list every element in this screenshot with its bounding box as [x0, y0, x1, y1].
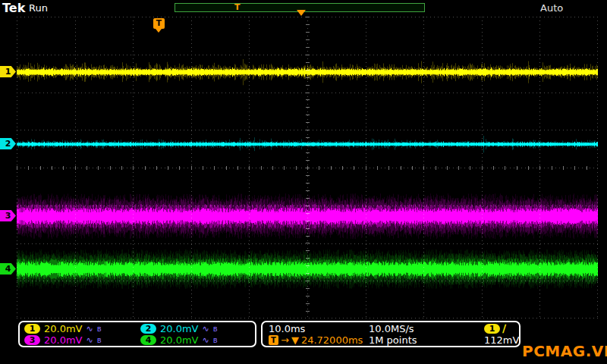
channel-4-marker[interactable]: 4: [0, 263, 16, 275]
ch3-bandwidth-icon: ʙ: [97, 335, 102, 345]
channel-3-marker[interactable]: 3: [0, 210, 16, 221]
ch3-scale: 20.0mV: [44, 334, 83, 346]
channel-readouts-box[interactable]: 1 20.0mV ∿ ʙ 2 20.0mV ∿ ʙ 3 20.0mV ∿ ʙ 4…: [18, 321, 256, 347]
graticule-canvas: [17, 17, 598, 318]
ch2-coupling-icon: ∿: [203, 324, 209, 334]
channel-2-badge[interactable]: 2: [140, 324, 156, 334]
acquisition-status: Run: [29, 2, 48, 14]
tek-logo: Tek: [2, 1, 25, 15]
trigger-position-readout[interactable]: T → ▼ 24.72000ms: [269, 334, 369, 346]
ch4-readout[interactable]: 4 20.0mV ∿ ʙ: [140, 334, 256, 346]
trigger-source[interactable]: 1 ∕: [484, 323, 519, 334]
channel-4-badge[interactable]: 4: [140, 335, 156, 345]
arrow-right-icon: →: [281, 334, 289, 346]
timebase-scale-value: 10.0ms: [269, 323, 305, 334]
ch4-scale: 20.0mV: [160, 334, 199, 346]
ch2-bandwidth-icon: ʙ: [213, 324, 218, 334]
channel-2-marker[interactable]: 2: [0, 138, 16, 149]
timebase-trigger-box[interactable]: 10.0ms 10.0MS/s 1 ∕ T → ▼ 24.72000ms 1M …: [261, 321, 521, 347]
ch3-readout[interactable]: 3 20.0mV ∿ ʙ: [24, 334, 140, 346]
ch3-coupling-icon: ∿: [86, 335, 93, 345]
trigger-t-badge: T: [269, 335, 278, 345]
watermark: PCMAG.VN: [522, 342, 607, 360]
trigger-source-badge[interactable]: 1: [484, 324, 500, 334]
sample-rate-value: 10.0MS/s: [369, 323, 414, 334]
channel-1-badge[interactable]: 1: [24, 324, 40, 334]
ch1-scale: 20.0mV: [44, 323, 83, 334]
channel-3-badge[interactable]: 3: [24, 335, 40, 345]
trigger-marker-icon: ▼: [291, 334, 299, 346]
ch2-readout[interactable]: 2 20.0mV ∿ ʙ: [140, 323, 256, 334]
record-length-value: 1M points: [369, 334, 417, 346]
oscilloscope-screen: Tek Run T Auto T 1 2 3 4 1 20.0mV ∿ ʙ 2 …: [0, 0, 607, 364]
record-length: 1M points: [369, 334, 484, 346]
ch4-coupling-icon: ∿: [203, 335, 209, 345]
trigger-position-arrow-icon[interactable]: [297, 10, 306, 16]
ch1-bandwidth-icon: ʙ: [97, 324, 102, 334]
ch1-coupling-icon: ∿: [86, 324, 93, 334]
trigger-flag-icon[interactable]: T: [153, 18, 165, 29]
ch1-readout[interactable]: 1 20.0mV ∿ ʙ: [24, 323, 140, 334]
sample-rate: 10.0MS/s: [369, 323, 484, 334]
trigger-level[interactable]: 112mV: [484, 334, 519, 346]
record-trigger-marker-icon: T: [234, 2, 241, 12]
channel-1-marker[interactable]: 1: [0, 66, 16, 77]
trigger-slope-icon: ∕: [502, 324, 506, 334]
trigger-mode-label[interactable]: Auto: [540, 2, 563, 14]
ch2-scale: 20.0mV: [160, 323, 199, 334]
timebase-scale[interactable]: 10.0ms: [269, 323, 369, 334]
ch4-bandwidth-icon: ʙ: [213, 335, 218, 345]
trigger-level-value: 112mV: [484, 334, 519, 346]
trigger-position-value: 24.72000ms: [301, 334, 363, 346]
readout-area: 1 20.0mV ∿ ʙ 2 20.0mV ∿ ʙ 3 20.0mV ∿ ʙ 4…: [0, 321, 607, 350]
